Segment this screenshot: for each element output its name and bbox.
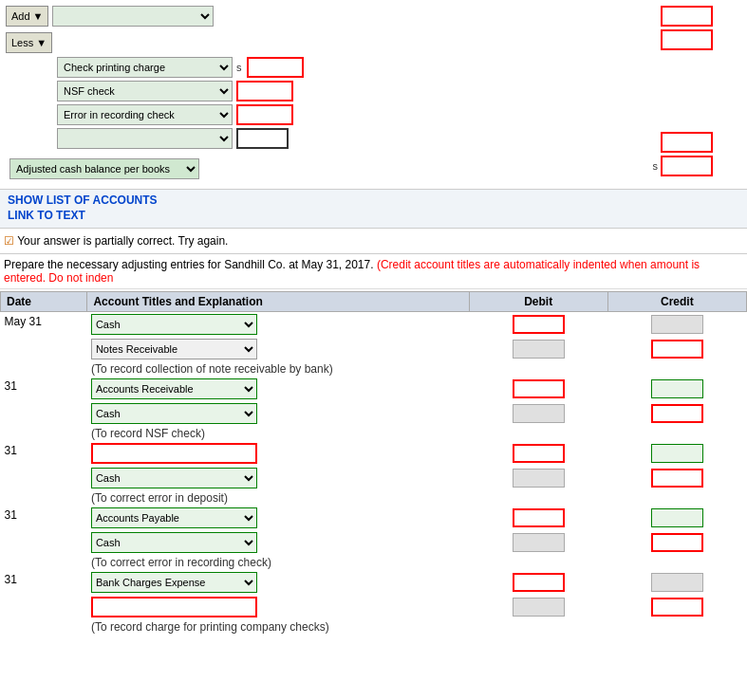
debit-input-2[interactable] [513, 379, 565, 398]
credit-input-5[interactable] [651, 573, 703, 592]
debit-input-4[interactable] [513, 508, 565, 527]
account-ap: Accounts Payable [87, 506, 469, 530]
check-printing-dropdown[interactable]: Check printing charge [57, 57, 233, 78]
account-cash-2: Cash [87, 401, 469, 426]
credit-2 [607, 377, 746, 401]
add-button[interactable]: Add ▼ [6, 6, 48, 27]
credit-input-4b[interactable] [651, 533, 703, 552]
cash-4-select[interactable]: Cash [91, 532, 257, 553]
add-label: Add [11, 10, 30, 22]
credit-input-1b[interactable] [651, 340, 703, 359]
top-amount-1[interactable] [661, 6, 713, 27]
credit-input-3b[interactable] [651, 469, 703, 488]
less-item-4-amount[interactable] [236, 128, 289, 149]
credit-input-1[interactable] [651, 315, 703, 334]
less-item-3: Error in recording check [57, 104, 653, 125]
less-label: Less [11, 37, 33, 48]
adjusted-balance-dropdown[interactable]: Adjusted cash balance per books [9, 158, 199, 179]
adjusted-amount[interactable] [661, 156, 713, 176]
nsf-check-amount[interactable] [236, 81, 293, 101]
table-row: (To record charge for printing company c… [1, 619, 747, 635]
less-item-4-dropdown[interactable] [57, 128, 233, 149]
credit-3b [607, 466, 746, 490]
bank-charges-select[interactable]: Bank Charges Expense [91, 572, 257, 593]
blank-account-5-input[interactable] [91, 597, 257, 617]
cash-1-select[interactable]: Cash [91, 314, 257, 335]
credit-input-2[interactable] [651, 379, 703, 398]
right-column: s [653, 6, 714, 183]
links-section: SHOW LIST OF ACCOUNTS LINK TO TEXT [0, 189, 747, 229]
table-row: Cash [1, 466, 747, 490]
account-ar: Accounts Receivable [87, 377, 469, 401]
debit-3 [469, 441, 607, 466]
table-row: 31 [1, 441, 747, 466]
explanation-4: (To correct error in recording check) [87, 555, 747, 570]
add-dropdown[interactable] [52, 6, 214, 27]
date-31-4: 31 [1, 506, 87, 570]
header-date: Date [1, 292, 87, 312]
table-row: (To record collection of note receivable… [1, 361, 747, 377]
blank-account-3-input[interactable] [91, 443, 257, 464]
credit-4 [607, 506, 746, 530]
debit-input-5[interactable] [513, 573, 565, 592]
table-row: 31 Accounts Receivable [1, 377, 747, 401]
debit-input-4b[interactable] [513, 533, 565, 552]
date-may31: May 31 [1, 312, 87, 378]
left-column: Add ▼ Less ▼ Check printing charge s [6, 6, 653, 183]
table-header-row: Date Account Titles and Explanation Debi… [1, 292, 747, 312]
cash-2-select[interactable]: Cash [91, 403, 257, 424]
explanation-1: (To record collection of note receivable… [87, 361, 747, 377]
credit-2b [607, 401, 746, 426]
debit-input-5b[interactable] [513, 598, 565, 617]
header-debit: Debit [469, 292, 607, 312]
credit-5 [607, 570, 746, 595]
header-account: Account Titles and Explanation [87, 292, 469, 312]
less-item-4 [57, 128, 653, 149]
debit-4b [469, 530, 607, 555]
debit-input-3[interactable] [513, 444, 565, 463]
check-printing-amount[interactable] [247, 57, 304, 78]
link-to-text-link[interactable]: LINK TO TEXT [8, 209, 739, 222]
date-31-5: 31 [1, 570, 87, 635]
table-row: Cash [1, 530, 747, 555]
debit-input-1[interactable] [513, 315, 565, 334]
error-recording-dropdown[interactable]: Error in recording check [57, 104, 233, 125]
accounts-payable-select[interactable]: Accounts Payable [91, 507, 257, 528]
instructions-main: Prepare the necessary adjusting entries … [4, 258, 374, 271]
account-cash-1: Cash [87, 312, 469, 338]
explanation-3: (To correct error in deposit) [87, 490, 747, 506]
table-row: 31 Bank Charges Expense [1, 570, 747, 595]
add-arrow-icon: ▼ [33, 10, 44, 22]
credit-input-4[interactable] [651, 508, 703, 527]
cash-3-select[interactable]: Cash [91, 468, 257, 488]
table-row: (To record NSF check) [1, 426, 747, 441]
debit-5 [469, 570, 607, 595]
credit-input-3[interactable] [651, 444, 703, 463]
error-recording-amount[interactable] [236, 104, 293, 125]
subtotal-amount[interactable] [661, 132, 713, 153]
debit-input-2b[interactable] [513, 404, 565, 423]
table-row: (To correct error in deposit) [1, 490, 747, 506]
debit-input-3b[interactable] [513, 469, 565, 488]
credit-5b [607, 595, 746, 619]
header-credit: Credit [607, 292, 746, 312]
account-bank-charges: Bank Charges Expense [87, 570, 469, 595]
credit-input-2b[interactable] [651, 404, 703, 423]
debit-1b [469, 337, 607, 361]
account-cash-4: Cash [87, 530, 469, 555]
notes-receivable-select[interactable]: Notes Receivable [91, 339, 257, 359]
less-button[interactable]: Less ▼ [6, 32, 52, 53]
credit-input-5b[interactable] [651, 598, 703, 617]
top-amount-2[interactable] [661, 29, 713, 50]
adjusted-dollar: s [653, 160, 659, 172]
show-list-link[interactable]: SHOW LIST OF ACCOUNTS [8, 193, 739, 207]
table-row [1, 595, 747, 619]
less-item-1: Check printing charge s [57, 57, 653, 78]
instructions-text: Prepare the necessary adjusting entries … [4, 258, 743, 285]
nsf-check-dropdown[interactable]: NSF check [57, 81, 233, 101]
credit-3 [607, 441, 746, 466]
feedback-icon: ☑ [4, 234, 14, 248]
debit-input-1b[interactable] [513, 340, 565, 359]
accounts-receivable-select[interactable]: Accounts Receivable [91, 378, 257, 399]
debit-1 [469, 312, 607, 338]
